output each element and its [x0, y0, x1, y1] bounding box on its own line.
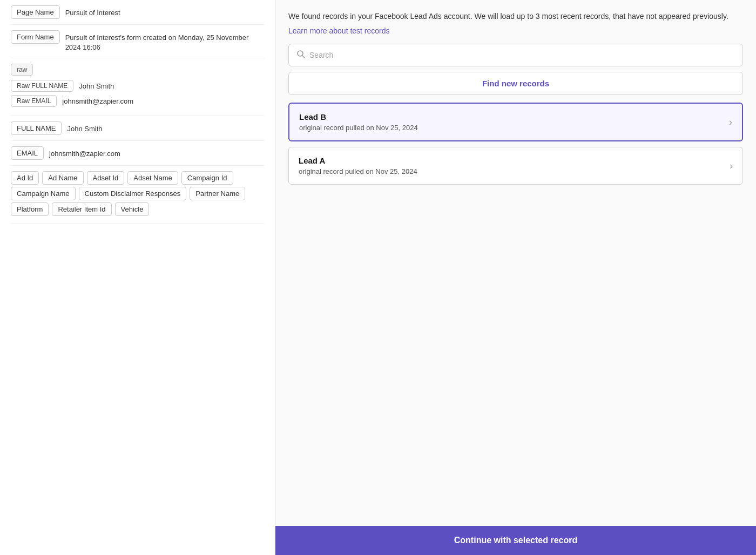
email-value: johnsmith@zapier.com	[49, 146, 120, 159]
find-new-records-button[interactable]: Find new records	[288, 72, 743, 95]
records-list: Lead Boriginal record pulled on Nov 25, …	[288, 103, 743, 190]
right-panel: We found records in your Facebook Lead A…	[275, 0, 756, 555]
raw-email-row: Raw EMAIL johnsmith@zapier.com	[11, 95, 264, 107]
tag-item: Ad Id	[11, 171, 39, 185]
continue-button[interactable]: Continue with selected record	[275, 526, 756, 555]
full-name-label: FULL NAME	[11, 121, 62, 135]
tags-row: Ad IdAd NameAdset IdAdset NameCampaign I…	[11, 166, 264, 224]
search-icon	[296, 50, 305, 60]
record-card[interactable]: Lead Aoriginal record pulled on Nov 25, …	[288, 147, 743, 185]
record-title: Lead A	[299, 156, 730, 165]
email-row: EMAIL johnsmith@zapier.com	[11, 141, 264, 166]
search-container	[288, 44, 743, 66]
learn-more-link[interactable]: Learn more about test records	[288, 26, 743, 35]
tag-item: Campaign Id	[181, 171, 233, 185]
form-name-value: Pursuit of Interest's form created on Mo…	[65, 30, 264, 52]
record-subtitle: original record pulled on Nov 25, 2024	[299, 167, 730, 175]
chevron-right-icon: ›	[730, 160, 733, 172]
record-card[interactable]: Lead Boriginal record pulled on Nov 25, …	[288, 103, 743, 141]
chevron-right-icon: ›	[729, 117, 732, 128]
record-card-content: Lead Boriginal record pulled on Nov 25, …	[299, 112, 729, 132]
tag-item: Adset Id	[87, 171, 125, 185]
tag-item: Partner Name	[190, 187, 245, 200]
email-label: EMAIL	[11, 146, 44, 160]
record-card-content: Lead Aoriginal record pulled on Nov 25, …	[299, 156, 730, 175]
page-name-value: Pursuit of Interest	[65, 5, 120, 18]
raw-section: raw Raw FULL NAME John Smith Raw EMAIL j…	[11, 58, 264, 116]
raw-email-label: Raw EMAIL	[11, 95, 57, 107]
tag-item: Ad Name	[42, 171, 83, 185]
tag-item: Custom Disclaimer Responses	[79, 187, 187, 200]
raw-full-name-label: Raw FULL NAME	[11, 80, 73, 92]
tag-item: Campaign Name	[11, 187, 76, 200]
tag-item: Adset Name	[127, 171, 178, 185]
form-name-label: Form Name	[11, 30, 60, 44]
raw-email-value: johnsmith@zapier.com	[62, 97, 133, 105]
record-subtitle: original record pulled on Nov 25, 2024	[299, 124, 729, 132]
info-text: We found records in your Facebook Lead A…	[288, 11, 743, 22]
left-panel: Page Name Pursuit of Interest Form Name …	[0, 0, 275, 555]
raw-label: raw	[11, 64, 33, 76]
search-input[interactable]	[309, 51, 735, 59]
full-name-row: FULL NAME John Smith	[11, 116, 264, 141]
tag-item: Retailer Item Id	[52, 202, 111, 216]
full-name-value: John Smith	[67, 121, 102, 134]
raw-full-name-row: Raw FULL NAME John Smith	[11, 80, 264, 92]
form-name-row: Form Name Pursuit of Interest's form cre…	[11, 25, 264, 58]
record-title: Lead B	[299, 112, 729, 121]
tag-item: Platform	[11, 202, 49, 216]
raw-full-name-value: John Smith	[79, 82, 114, 90]
svg-line-1	[302, 56, 305, 58]
page-name-row: Page Name Pursuit of Interest	[11, 0, 264, 25]
tag-item: Vehicle	[115, 202, 150, 216]
page-name-label: Page Name	[11, 5, 60, 19]
